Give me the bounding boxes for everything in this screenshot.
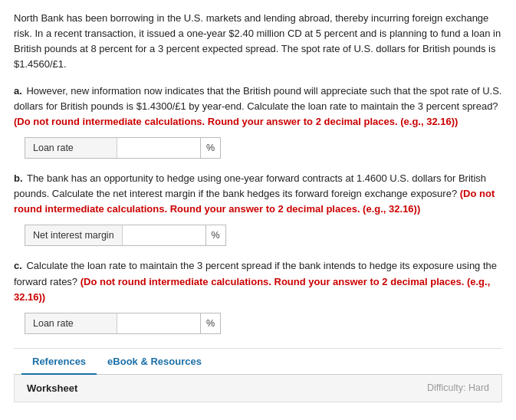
question-b-unit: % xyxy=(206,225,226,246)
question-c-label: c. Calculate the loan rate to maintain t… xyxy=(14,258,502,304)
question-a-label: a. However, new information now indicate… xyxy=(14,84,502,130)
question-c-input[interactable] xyxy=(117,313,201,334)
question-a-input[interactable] xyxy=(117,137,201,159)
tabs-section: References eBook & Resources Worksheet D… xyxy=(14,348,502,402)
question-c-highlight: (Do not round intermediate calculations.… xyxy=(14,276,490,303)
question-a-text: However, new information now indicates t… xyxy=(14,85,501,112)
question-a-input-row: Loan rate % xyxy=(25,137,502,159)
question-b-input[interactable] xyxy=(122,225,206,246)
tab-ebook-resources[interactable]: eBook & Resources xyxy=(97,349,212,375)
question-b-input-row: Net interest margin % xyxy=(25,225,502,246)
question-c: c. Calculate the loan rate to maintain t… xyxy=(14,258,502,333)
intro-paragraph: North Bank has been borrowing in the U.S… xyxy=(14,11,502,73)
tabs-bar: References eBook & Resources xyxy=(14,349,502,375)
tab-content-references: Worksheet Difficulty: Hard xyxy=(14,375,502,402)
question-a-unit: % xyxy=(201,137,221,159)
question-c-unit: % xyxy=(201,313,221,334)
worksheet-label: Worksheet xyxy=(27,382,77,394)
difficulty-prefix: Difficulty: xyxy=(427,382,468,393)
question-b-letter: b. xyxy=(14,172,23,184)
tab-references[interactable]: References xyxy=(21,349,97,375)
difficulty-value: Hard xyxy=(468,382,489,393)
question-a-input-label: Loan rate xyxy=(25,137,117,159)
question-b: b. The bank has an opportunity to hedge … xyxy=(14,171,502,246)
worksheet-row: Worksheet Difficulty: Hard xyxy=(27,382,489,394)
difficulty-text: Difficulty: Hard xyxy=(427,382,489,393)
main-content: North Bank has been borrowing in the U.S… xyxy=(0,0,516,410)
question-b-input-label: Net interest margin xyxy=(25,225,122,246)
question-c-input-row: Loan rate % xyxy=(25,313,502,334)
question-a-letter: a. xyxy=(14,85,22,97)
question-a-highlight: (Do not round intermediate calculations.… xyxy=(14,116,458,127)
question-c-letter: c. xyxy=(14,260,22,271)
question-b-text: The bank has an opportunity to hedge usi… xyxy=(14,172,486,199)
question-c-input-label: Loan rate xyxy=(25,313,117,334)
question-a: a. However, new information now indicate… xyxy=(14,84,502,159)
question-b-label: b. The bank has an opportunity to hedge … xyxy=(14,171,502,217)
